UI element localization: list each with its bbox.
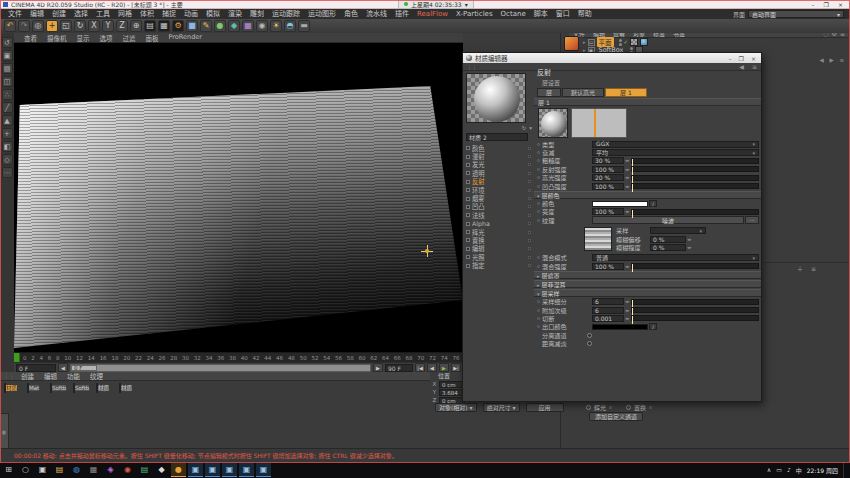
- toolbar-icon[interactable]: ▦: [242, 20, 254, 32]
- menu-item[interactable]: 渲染: [224, 9, 246, 19]
- material-menu-item[interactable]: 编辑: [39, 371, 62, 381]
- taskbar-icon[interactable]: ○: [18, 463, 33, 477]
- channel-checkbox[interactable]: [466, 146, 470, 150]
- panel-menu-icon[interactable]: ⋮⋮: [4, 373, 14, 379]
- viewport-menu-item[interactable]: 选项: [95, 33, 118, 43]
- channel-toggle[interactable]: 辉光: [586, 403, 612, 412]
- tray-icon[interactable]: ∧: [767, 466, 771, 475]
- anim-dot-icon[interactable]: [537, 219, 540, 222]
- toolbar-icon[interactable]: ■: [186, 20, 198, 32]
- mode-icon[interactable]: ↺: [2, 37, 13, 48]
- toolbar-icon[interactable]: ▬: [298, 20, 310, 32]
- anim-dot-icon[interactable]: [537, 317, 540, 320]
- texture-more-button[interactable]: ···: [745, 216, 759, 224]
- menu-item[interactable]: 运动图形: [304, 9, 340, 19]
- menu-item[interactable]: 插件: [391, 9, 413, 19]
- viewport-menu-item[interactable]: 显示: [72, 33, 95, 43]
- viewport-menu-item[interactable]: 过滤: [118, 33, 141, 43]
- anim-dot-icon[interactable]: [537, 300, 540, 303]
- anim-dot-icon[interactable]: [537, 202, 540, 205]
- exit-color-swatch[interactable]: [592, 324, 648, 330]
- mode-icon[interactable]: +: [2, 128, 13, 139]
- toolbar-icon[interactable]: ◎: [32, 20, 44, 32]
- type-dropdown[interactable]: GGX▾: [592, 141, 759, 148]
- material-swatch[interactable]: Mat: [27, 384, 48, 392]
- menu-item[interactable]: 流水线: [362, 9, 391, 19]
- value-field[interactable]: 100 %: [592, 183, 624, 190]
- frame-right-spinner[interactable]: ▶: [373, 363, 383, 372]
- anim-dot-icon[interactable]: [537, 159, 540, 162]
- taskbar-icon[interactable]: ◆: [154, 463, 169, 477]
- texture-tag-icon[interactable]: [630, 38, 638, 46]
- toolbar-icon[interactable]: ▦: [158, 20, 170, 32]
- spinner-icon[interactable]: ◂▸: [625, 308, 630, 313]
- toolbar-icon[interactable]: ☀: [270, 20, 282, 32]
- spinner-icon[interactable]: ◂▸: [625, 299, 630, 304]
- value-field[interactable]: 0 %: [650, 244, 686, 251]
- transport-button[interactable]: ▶: [439, 363, 449, 372]
- toolbar-icon[interactable]: X: [88, 20, 100, 32]
- channel-checkbox[interactable]: [466, 264, 470, 268]
- taskbar-icon[interactable]: ●: [171, 463, 186, 477]
- menu-item[interactable]: 编辑: [26, 9, 48, 19]
- slider[interactable]: [631, 175, 759, 181]
- menu-item[interactable]: 体积: [136, 9, 158, 19]
- toolbar-icon[interactable]: Y: [102, 20, 114, 32]
- menu-item[interactable]: 网格: [114, 9, 136, 19]
- channel-checkbox[interactable]: [466, 222, 470, 226]
- taskbar-icon[interactable]: ▤: [137, 463, 152, 477]
- reflectance-layer-tab[interactable]: 层 1: [605, 88, 647, 97]
- close-button[interactable]: ×: [838, 1, 843, 8]
- toolbar-icon[interactable]: ↻: [74, 20, 86, 32]
- slider[interactable]: [631, 166, 759, 172]
- toolbar-icon[interactable]: +: [46, 20, 58, 32]
- transport-button[interactable]: |◀: [415, 363, 425, 372]
- menu-item[interactable]: 捕捉: [158, 9, 180, 19]
- material-menu-item[interactable]: 功能: [62, 371, 85, 381]
- scrubber-handle[interactable]: 0 F: [71, 365, 97, 371]
- reflectance-layer-tab[interactable]: 默认高光: [562, 88, 604, 97]
- mode-icon[interactable]: ◇: [2, 154, 13, 165]
- taskbar-icon[interactable]: ◉: [120, 463, 135, 477]
- channel-checkbox[interactable]: [466, 238, 470, 242]
- taskbar-icon[interactable]: ◍: [69, 463, 84, 477]
- texture-thumbnail[interactable]: [584, 227, 612, 251]
- anim-dot-icon[interactable]: [537, 143, 540, 146]
- enabled-check-icon[interactable]: ✓: [624, 39, 629, 45]
- timeline-ruler[interactable]: 0246810121416182022242628303234363840424…: [14, 352, 463, 362]
- toolbar-icon[interactable]: ▤: [144, 20, 156, 32]
- toolbar-icon[interactable]: ◱: [60, 20, 72, 32]
- taskbar-icon[interactable]: ◈: [103, 463, 118, 477]
- toolbar-icon[interactable]: ●: [214, 20, 226, 32]
- taskbar-icon[interactable]: ▣: [188, 463, 203, 477]
- collapsed-section-bar[interactable]: ▸层遮罩: [534, 271, 761, 279]
- close-button[interactable]: ×: [751, 55, 756, 62]
- menu-item[interactable]: 创建: [48, 9, 70, 19]
- menu-item[interactable]: 脚本: [530, 9, 552, 19]
- slider[interactable]: [631, 307, 759, 313]
- eyedropper-icon[interactable]: ∕: [649, 323, 657, 330]
- anim-dot-icon[interactable]: [537, 210, 540, 213]
- coordinate-mode-dropdown[interactable]: 对象(相对) ▾: [435, 403, 477, 412]
- slider[interactable]: [631, 315, 759, 321]
- taskbar-icon[interactable]: ▣: [205, 463, 220, 477]
- menu-item[interactable]: 雕刻: [246, 9, 268, 19]
- maximize-button[interactable]: ❐: [824, 1, 829, 8]
- value-field[interactable]: 30 %: [592, 157, 624, 164]
- channel-checkbox[interactable]: [466, 155, 470, 159]
- object-row[interactable]: ▸ ▭ 平面 ✓: [583, 38, 648, 46]
- chevron-down-icon[interactable]: ▾: [529, 125, 532, 132]
- channel-row[interactable]: 指定: [466, 261, 532, 269]
- channel-checkbox[interactable]: [466, 188, 470, 192]
- menu-item[interactable]: 帮助: [574, 9, 596, 19]
- menu-item[interactable]: 工具: [92, 9, 114, 19]
- mode-icon[interactable]: ◧: [2, 141, 13, 152]
- channel-checkbox[interactable]: [466, 230, 470, 234]
- channel-checkbox[interactable]: [466, 180, 470, 184]
- collapsed-section-bar[interactable]: ▸层菲涅耳: [534, 280, 761, 288]
- taskbar-icon[interactable]: ⊞: [1, 463, 16, 477]
- minimize-button[interactable]: –: [729, 55, 732, 62]
- value-field[interactable]: 0 %: [650, 236, 686, 243]
- frame-scrubber[interactable]: 0 F: [70, 364, 371, 372]
- show-desktop-button[interactable]: [843, 462, 846, 478]
